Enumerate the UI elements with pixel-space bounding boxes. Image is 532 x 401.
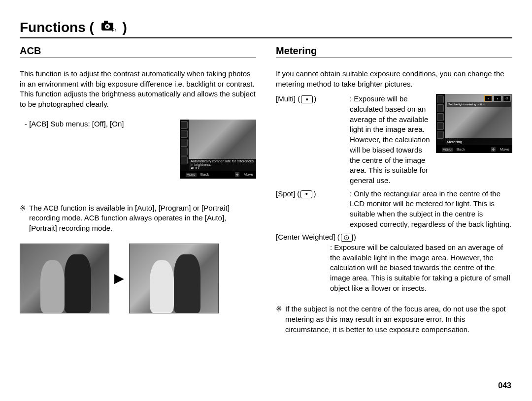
metering-lcd-tip: Set the light metering option. — [447, 102, 511, 107]
lcd-menu-icon — [437, 131, 444, 139]
move-button-icon: ✥ — [491, 147, 496, 152]
lcd-menu-icon — [181, 148, 188, 155]
lcd-menu-icon — [181, 130, 188, 138]
metering-intro: If you cannot obtain suitable exposure c… — [276, 69, 512, 89]
metering-spot-icon: • — [494, 95, 501, 101]
acb-section: ACB This function is to adjust the contr… — [20, 45, 256, 335]
arrow-right-icon: ▶ — [114, 271, 124, 286]
metering-center-icon: ⊙ — [503, 95, 511, 101]
multi-metering-icon: ▪ — [301, 95, 313, 103]
lcd-menu-icon — [437, 113, 444, 121]
svg-point-3 — [106, 26, 108, 28]
manual-page: Functions ( Fn ) ACB This function is to… — [0, 0, 532, 401]
menu-button-icon: MENU — [442, 148, 453, 152]
lcd-side-icons — [180, 120, 189, 171]
metering-mode-tabs: ▪ • ⊙ — [484, 95, 511, 101]
lcd-menu-icon — [181, 156, 188, 164]
metering-note: ※ If the subject is not the centre of th… — [276, 304, 512, 335]
page-number: 043 — [498, 381, 511, 390]
metering-heading: Metering — [276, 45, 512, 58]
page-title-row: Functions ( Fn ) — [20, 20, 512, 38]
acb-before-after: ▶ — [20, 244, 256, 313]
lcd-menu-icon — [181, 121, 188, 129]
metering-lcd-preview: ▪ • ⊙ Set the light metering option. Met… — [436, 94, 512, 153]
lcd-menu-icon — [437, 122, 444, 130]
acb-lcd-hint: Automatically compensate for differences… — [191, 159, 254, 167]
menu-button-icon: MENU — [186, 173, 197, 177]
metering-section: Metering If you cannot obtain suitable e… — [276, 45, 512, 335]
metering-multi-icon: ▪ — [484, 95, 492, 101]
lcd-footer: MENUBack ✥Move — [180, 171, 256, 179]
acb-lcd-preview: Automatically compensate for differences… — [180, 120, 256, 179]
lcd-menu-icon — [437, 95, 444, 103]
metering-spot: [Spot] (•) : Only the rectangular area i… — [276, 189, 512, 230]
center-weighted-icon: ⊙ — [341, 234, 353, 242]
acb-note-text: The ACB function is available in [Auto],… — [29, 203, 256, 234]
lcd-menu-icon — [181, 139, 188, 147]
acb-note: ※ The ACB function is available in [Auto… — [20, 203, 256, 234]
move-button-icon: ✥ — [235, 172, 239, 177]
lcd-footer: MENUBack ✥Move — [436, 145, 512, 153]
metering-center-weighted: [Center Weighted] (⊙) : Exposure will be… — [276, 232, 512, 293]
lcd-menu-icon — [437, 104, 444, 112]
content-columns: ACB This function is to adjust the contr… — [20, 45, 512, 335]
acb-intro: This function is to adjust the contrast … — [20, 69, 256, 110]
svg-text:Fn: Fn — [112, 28, 116, 32]
lcd-side-icons — [436, 94, 445, 145]
note-mark-icon: ※ — [276, 304, 282, 335]
metering-lcd-mode: Metering — [447, 140, 462, 144]
acb-heading: ACB — [20, 45, 256, 58]
svg-rect-1 — [104, 21, 108, 23]
metering-multi: [Multi] (▪) : Exposure will be calculate… — [276, 94, 431, 185]
page-title: Functions — [20, 20, 86, 35]
camera-fn-icon: Fn — [101, 20, 116, 32]
metering-note-text: If the subject is not the centre of the … — [285, 304, 512, 335]
acb-photo-after — [129, 244, 219, 313]
note-mark-icon: ※ — [20, 203, 26, 234]
spot-metering-icon: • — [300, 190, 312, 198]
acb-photo-before — [20, 244, 109, 313]
acb-lcd-mode: ACB — [191, 166, 199, 170]
